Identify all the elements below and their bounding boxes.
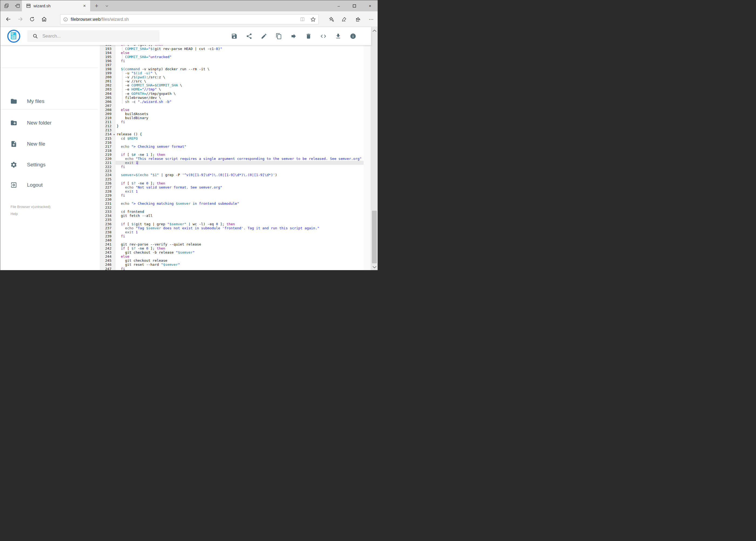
code-line-201: -w //src \: [116, 79, 364, 83]
code-line-219: if [ $# -ne 1 ]; then: [116, 153, 364, 157]
browser-window: wizard.sh × + – × filebrowser.w: [0, 0, 378, 270]
minimize-button[interactable]: –: [333, 0, 345, 11]
line-number-gutter: 1921931941951961971981992002012022032042…: [100, 45, 115, 270]
favorite-star-icon[interactable]: [308, 17, 319, 22]
code-line-204: -e GOPATH=//tmp/gopath \: [116, 92, 364, 96]
home-icon[interactable]: [38, 11, 50, 27]
edit-icon[interactable]: [256, 30, 271, 42]
tab-bar: wizard.sh × + – ×: [0, 0, 378, 11]
sidebar-item-new-file[interactable]: New file: [0, 134, 100, 154]
line-number: 197: [100, 63, 115, 67]
sidebar-item-settings[interactable]: Settings: [0, 155, 100, 175]
settings-gear-icon: [10, 161, 17, 168]
line-number: 245: [100, 259, 115, 263]
code-line-225: [116, 177, 364, 181]
sidebar-item-logout[interactable]: Logout: [0, 175, 100, 195]
reading-view-icon[interactable]: [297, 17, 308, 22]
search-input[interactable]: Search...: [27, 30, 159, 42]
site-info-icon[interactable]: [61, 17, 71, 22]
code-line-203: -e HOME="//tmp" \: [116, 87, 364, 91]
code-editor[interactable]: if [ -d .git ]; then COMMIT_SHA="$(git r…: [116, 45, 364, 270]
line-number: 217: [100, 145, 115, 149]
code-line-237: echo "Tag $semver does not exist in subm…: [116, 226, 364, 230]
tab-close-icon[interactable]: ×: [82, 3, 88, 9]
code-line-209: buildAssets: [116, 112, 364, 116]
copy-icon[interactable]: [271, 30, 286, 42]
line-number: 231: [100, 202, 115, 206]
sidebar-item-label: Settings: [27, 162, 46, 168]
code-line-214: release () {: [116, 132, 364, 136]
line-number: 201: [100, 79, 115, 83]
line-number: 234: [100, 214, 115, 218]
forward-icon[interactable]: [14, 11, 26, 27]
share-icon[interactable]: [352, 11, 364, 27]
code-line-196: fi: [116, 59, 364, 63]
save-icon[interactable]: [227, 30, 242, 42]
code-line-193: COMMIT_SHA="$(git rev-parse HEAD | cut -…: [116, 47, 364, 51]
line-number: 233: [100, 210, 115, 214]
code-line-210: buildBinary: [116, 116, 364, 120]
line-number: 210: [100, 116, 115, 120]
browser-tab[interactable]: wizard.sh ×: [22, 0, 90, 11]
sidebar-item-new-folder[interactable]: New folder: [0, 113, 100, 133]
tab-list-chevron-icon[interactable]: [102, 0, 112, 11]
more-ellipsis-icon[interactable]: ···: [365, 11, 377, 27]
logout-icon: [10, 182, 17, 189]
download-icon[interactable]: [331, 30, 346, 42]
code-line-194: else: [116, 51, 364, 55]
sidebar: My filesNew folderNew fileSettingsLogout…: [0, 45, 100, 270]
line-number: 222: [100, 165, 115, 169]
line-number: 209: [100, 112, 115, 116]
sidebar-item-my-files[interactable]: My files: [0, 91, 100, 112]
line-number: 242: [100, 246, 115, 251]
code-line-232: [116, 206, 364, 210]
line-number: 224: [100, 173, 115, 177]
url-path: /files/wizard.sh: [101, 17, 129, 22]
sidebar-item-label: My files: [27, 98, 44, 104]
code-line-199: -u "$(id -u)" \: [116, 71, 364, 75]
new-tab-button[interactable]: +: [92, 0, 101, 11]
code-line-241: git rev-parse --verify --quiet release: [116, 242, 364, 246]
sidebar-item-label: Logout: [27, 182, 43, 188]
code-line-244: else: [116, 255, 364, 259]
scrollbar-thumb[interactable]: [372, 211, 377, 264]
code-line-243: git checkout -b release "$semver": [116, 251, 364, 255]
line-number: 247: [100, 267, 115, 270]
code-line-205: filebrowser/dev \: [116, 96, 364, 100]
code-line-197: [116, 63, 364, 67]
set-tabs-aside-icon[interactable]: [12, 0, 23, 11]
line-number: 195: [100, 55, 115, 59]
info-icon[interactable]: [346, 30, 360, 42]
line-number: 212: [100, 124, 115, 128]
new-file-icon: [10, 141, 17, 148]
code-view-icon[interactable]: [316, 30, 331, 42]
annotate-pen-icon[interactable]: [338, 11, 350, 27]
move-icon[interactable]: [286, 30, 301, 42]
code-line-198: $(command -v winpty) docker run --rm -it…: [116, 67, 364, 71]
address-bar[interactable]: filebrowser.web/files/wizard.sh: [60, 14, 319, 24]
share-icon[interactable]: [242, 30, 256, 42]
filebrowser-floppy-logo[interactable]: [7, 30, 20, 43]
line-number: 211: [100, 120, 115, 124]
tab-preview-icon[interactable]: [1, 0, 12, 11]
help-link[interactable]: Help: [11, 211, 51, 218]
scroll-down-icon[interactable]: [371, 264, 378, 270]
scroll-up-icon[interactable]: [371, 27, 378, 34]
line-number: 239: [100, 234, 115, 238]
code-line-215: cd $REPO: [116, 136, 364, 141]
line-number: 229: [100, 194, 115, 198]
line-number: 221: [100, 161, 115, 165]
vertical-scrollbar[interactable]: [371, 27, 378, 270]
close-button[interactable]: ×: [364, 0, 376, 11]
delete-icon[interactable]: [301, 30, 316, 42]
code-line-213: [116, 128, 364, 132]
hub-icon[interactable]: [326, 11, 337, 27]
code-line-223: [116, 169, 364, 173]
code-line-208: else: [116, 108, 364, 112]
line-number: 214▼: [100, 132, 115, 136]
maximize-button[interactable]: [348, 0, 361, 11]
back-icon[interactable]: [2, 11, 14, 27]
refresh-icon[interactable]: [26, 11, 38, 27]
tab-page-icon: [26, 4, 31, 8]
sidebar-item-label: New folder: [27, 120, 52, 126]
